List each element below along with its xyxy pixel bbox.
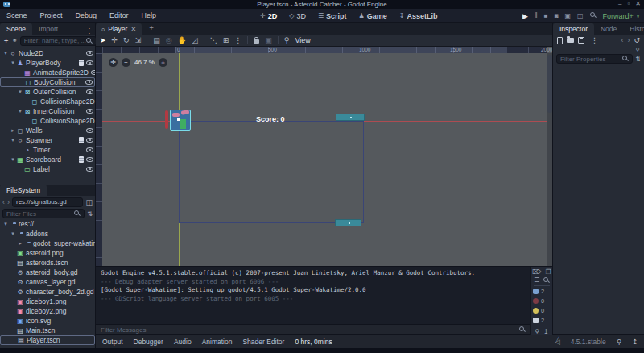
clear-output-icon[interactable]: ⌦ [532, 268, 541, 276]
pan-tool-icon[interactable]: ✋ [178, 36, 187, 44]
tree-row[interactable]: ▾♟PlayerBody [0, 58, 95, 68]
play-button[interactable]: ▶ [522, 12, 528, 20]
attached-script-icon[interactable] [79, 156, 84, 163]
tree-row[interactable]: ◻BodyCollision [0, 77, 95, 87]
workspace-3d[interactable]: ◇3D [285, 12, 310, 20]
select-tool-icon[interactable]: ➤ [100, 36, 106, 44]
file-row[interactable]: ▸godot_super-wakatime [0, 239, 95, 248]
tree-row[interactable]: ▾○Node2D [0, 48, 95, 58]
visibility-eye-icon[interactable] [86, 109, 93, 114]
play-scene-button[interactable]: ▣ [564, 12, 571, 19]
file-row[interactable]: ▣icon.svg [0, 316, 95, 326]
list-select-icon[interactable]: ▤ [153, 36, 160, 44]
menu-help[interactable]: Help [135, 11, 163, 19]
expand-bottom-panel-icon[interactable]: ↥ [632, 338, 638, 346]
workspace-script[interactable]: ☰Script [314, 12, 351, 20]
panel-debugger[interactable]: Debugger [134, 338, 163, 346]
visibility-eye-icon[interactable] [86, 147, 93, 152]
menu-project[interactable]: Project [34, 11, 69, 19]
maximize-button[interactable]: ▫ [627, 0, 630, 7]
visibility-eye-icon[interactable] [86, 89, 93, 94]
play-custom-scene-button[interactable]: ◫ [577, 12, 584, 19]
rotate-tool-icon[interactable]: ↻ [123, 36, 130, 44]
visibility-eye-icon[interactable] [86, 167, 93, 172]
snap-options-icon[interactable]: ⋮ [234, 36, 242, 44]
tree-row[interactable]: ▾⊠OuterCollision [0, 87, 95, 97]
panel-shader-editor[interactable]: Shader Editor [242, 338, 284, 346]
visibility-eye-icon[interactable] [85, 80, 93, 85]
collapse-duplicates-icon[interactable]: ☰ [534, 276, 539, 284]
tab-scene[interactable]: Scene [0, 23, 32, 35]
instance-scene-button[interactable]: ⚭ [12, 37, 18, 44]
expand-output-icon[interactable]: ↥ [543, 328, 549, 335]
expander-icon[interactable]: ▸ [17, 240, 23, 247]
ruler-tool-icon[interactable]: ◿ [192, 36, 198, 44]
tab-history[interactable]: History [623, 23, 644, 35]
file-row[interactable]: ▤Main.tscn [0, 326, 95, 335]
add-node-button[interactable]: ＋ [2, 35, 10, 46]
nav-forward-icon[interactable]: › [7, 198, 10, 206]
menu-debug[interactable]: Debug [69, 11, 104, 19]
center-view-icon[interactable]: ✛ [109, 58, 118, 67]
new-tab-button[interactable]: ＋ [142, 21, 160, 35]
expander-icon[interactable]: ▾ [10, 230, 16, 237]
tree-row[interactable]: ◔Timer [0, 145, 95, 155]
pin-output-icon[interactable]: ⚲ [535, 328, 539, 335]
pause-button[interactable]: Ⅱ [535, 12, 538, 19]
tree-row[interactable]: ◻CollisionShape2D [0, 116, 95, 126]
stop-button[interactable]: ■ [544, 12, 548, 19]
file-row[interactable]: ⚙asteroid_body.gd [0, 268, 95, 277]
tree-row[interactable]: ▾⊠InnerCollision [0, 106, 95, 116]
history-forward-icon[interactable]: › [627, 36, 630, 44]
menu-scene[interactable]: Scene [0, 11, 34, 19]
visibility-eye-icon[interactable] [91, 70, 95, 75]
lock-node-icon[interactable] [254, 39, 259, 44]
scene-tab-player[interactable]: ○ Player ✕ [96, 23, 142, 35]
tree-row[interactable]: ▾○Spawner [0, 135, 95, 145]
2d-viewport[interactable]: -5000500100015002000 Score: 0 ✛ − 46.7 %… [96, 47, 552, 266]
file-row[interactable]: ▾addons [0, 229, 95, 239]
scale-tool-icon[interactable]: ⇲ [135, 36, 142, 44]
object-history-icon[interactable]: ↺ [634, 36, 640, 44]
group-node-icon[interactable]: ▣ [265, 36, 272, 44]
pin-object-icon[interactable]: ⚲ [636, 47, 640, 53]
pivot-tool-icon[interactable]: ◎ [166, 36, 172, 44]
sort-files-icon[interactable]: ⇅ [87, 210, 93, 218]
snap-toggle-icon[interactable]: ⋱ [210, 36, 217, 44]
menu-editor[interactable]: Editor [103, 11, 135, 19]
move-tool-icon[interactable]: ✛ [112, 36, 118, 44]
visibility-eye-icon[interactable] [86, 128, 93, 133]
view-menu[interactable]: View [295, 36, 310, 44]
file-row[interactable]: ▣diceboy2.png [0, 306, 95, 316]
expander-icon[interactable]: ▾ [17, 89, 23, 95]
zoom-out-button[interactable]: − [122, 58, 130, 67]
warnings-toggle[interactable]: 0 [533, 305, 551, 315]
resource-options-icon[interactable]: ⋮ [588, 36, 601, 44]
expander-icon[interactable]: ▸ [10, 127, 16, 134]
workspace-assetlib[interactable]: ↧AssetLib [395, 12, 442, 20]
tree-row[interactable]: ▦AnimatedSprite2D [0, 68, 95, 77]
tab-import[interactable]: Import [32, 23, 64, 35]
file-row[interactable]: ▾res:// [0, 219, 95, 229]
zoom-in-button[interactable]: ＋ [159, 58, 167, 67]
expander-icon[interactable]: ▾ [10, 60, 16, 66]
player-sprite[interactable] [170, 110, 191, 131]
file-row[interactable]: ▤Player.tscn [0, 335, 95, 345]
zoom-level[interactable]: 46.7 % [134, 59, 155, 66]
property-sort-icon[interactable]: ⇅ [635, 56, 641, 63]
visibility-eye-icon[interactable] [86, 60, 93, 65]
tree-row[interactable]: ▸◻Walls [0, 126, 95, 135]
expander-icon[interactable]: ▾ [10, 137, 16, 143]
panel-output[interactable]: Output [102, 338, 123, 346]
file-row[interactable]: ⚙canvas_layer.gd [0, 277, 95, 287]
scene-filter-input[interactable]: Filter: name, t:type, ... [20, 36, 97, 46]
save-resource-icon[interactable] [578, 37, 584, 44]
visibility-eye-icon[interactable] [86, 51, 93, 56]
copy-output-icon[interactable]: ❐ [546, 268, 551, 276]
history-back-icon[interactable]: ‹ [621, 36, 623, 44]
search-output-icon[interactable] [543, 277, 550, 284]
split-view-icon[interactable]: ◫ [85, 198, 93, 206]
visibility-eye-icon[interactable] [86, 157, 93, 162]
file-row[interactable]: ▤asteroids.tscn [0, 258, 95, 268]
file-row[interactable]: ▣diceboy1.png [0, 297, 95, 306]
